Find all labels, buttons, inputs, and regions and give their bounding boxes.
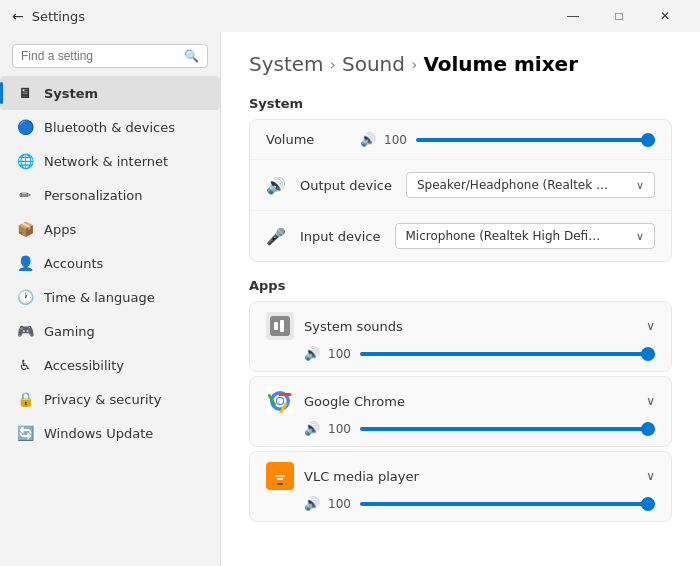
app-card-system-sounds: System sounds ∨ 🔊 100	[249, 301, 672, 372]
titlebar-controls: — □ ✕	[550, 0, 688, 32]
system-sounds-expand-icon[interactable]: ∨	[646, 319, 655, 333]
vlc-name: VLC media player	[304, 469, 419, 484]
system-sounds-slider-track[interactable]	[360, 352, 655, 356]
chrome-slider-thumb[interactable]	[641, 422, 655, 436]
sidebar-item-accounts[interactable]: 👤 Accounts	[0, 246, 220, 280]
maximize-button[interactable]: □	[596, 0, 642, 32]
output-device-row: 🔊 Output device Speaker/Headphone (Realt…	[250, 160, 671, 211]
output-chevron-icon: ∨	[636, 179, 644, 192]
update-icon: 🔄	[16, 424, 34, 442]
input-device-value: Microphone (Realtek High Definition Audi…	[406, 229, 606, 243]
bluetooth-icon: 🔵	[16, 118, 34, 136]
volume-slider-thumb[interactable]	[641, 133, 655, 147]
search-icon: 🔍	[184, 49, 199, 63]
apps-section: Apps System sounds ∨	[249, 278, 672, 522]
app-title-row-chrome: Google Chrome	[266, 387, 405, 415]
sidebar-item-privacy[interactable]: 🔒 Privacy & security	[0, 382, 220, 416]
system-sounds-slider-thumb[interactable]	[641, 347, 655, 361]
breadcrumb: System › Sound › Volume mixer	[249, 52, 672, 76]
network-icon: 🌐	[16, 152, 34, 170]
content-area: System › Sound › Volume mixer System Vol…	[220, 32, 700, 566]
accounts-icon: 👤	[16, 254, 34, 272]
sidebar-item-label: Privacy & security	[44, 392, 161, 407]
output-device-value: Speaker/Headphone (Realtek High Definiti…	[417, 178, 617, 192]
system-sounds-icon	[266, 312, 294, 340]
input-device-row: 🎤 Input device Microphone (Realtek High …	[250, 211, 671, 261]
sidebar-item-network[interactable]: 🌐 Network & internet	[0, 144, 220, 178]
sidebar-search-box[interactable]: 🔍	[12, 44, 208, 68]
minimize-button[interactable]: —	[550, 0, 596, 32]
sidebar-item-label: Personalization	[44, 188, 143, 203]
system-section-label: System	[249, 96, 672, 111]
breadcrumb-part-sound[interactable]: Sound	[342, 52, 405, 76]
accessibility-icon: ♿	[16, 356, 34, 374]
chrome-vol-icon: 🔊	[304, 421, 320, 436]
volume-icon: 🔊	[360, 132, 376, 147]
input-label: Input device	[300, 229, 381, 244]
app-card-header-vlc: VLC media player ∨	[266, 462, 655, 490]
sidebar-item-time[interactable]: 🕐 Time & language	[0, 280, 220, 314]
app-card-header-chrome: Google Chrome ∨	[266, 387, 655, 415]
app-title-row-vlc: VLC media player	[266, 462, 419, 490]
apps-section-label: Apps	[249, 278, 672, 293]
breadcrumb-sep-2: ›	[411, 55, 417, 74]
sidebar-item-label: System	[44, 86, 98, 101]
vlc-vol-value: 100	[328, 497, 352, 511]
sidebar-item-label: Gaming	[44, 324, 95, 339]
chrome-name: Google Chrome	[304, 394, 405, 409]
sidebar-item-bluetooth[interactable]: 🔵 Bluetooth & devices	[0, 110, 220, 144]
system-sounds-vol-icon: 🔊	[304, 346, 320, 361]
svg-rect-2	[280, 320, 284, 332]
personalization-icon: ✏️	[16, 186, 34, 204]
breadcrumb-sep-1: ›	[330, 55, 336, 74]
breadcrumb-part-system[interactable]: System	[249, 52, 324, 76]
sidebar-item-gaming[interactable]: 🎮 Gaming	[0, 314, 220, 348]
chrome-expand-icon[interactable]: ∨	[646, 394, 655, 408]
input-device-dropdown[interactable]: Microphone (Realtek High Definition Audi…	[395, 223, 656, 249]
system-settings-card: Volume 🔊 100 🔊 Output device Speaker/Hea…	[249, 119, 672, 262]
back-icon[interactable]: ←	[12, 8, 24, 24]
svg-rect-9	[277, 483, 283, 485]
vlc-vol-icon: 🔊	[304, 496, 320, 511]
chrome-slider-track[interactable]	[360, 427, 655, 431]
sidebar-item-label: Accessibility	[44, 358, 124, 373]
vlc-slider-track[interactable]	[360, 502, 655, 506]
sidebar-item-apps[interactable]: 📦 Apps	[0, 212, 220, 246]
close-button[interactable]: ✕	[642, 0, 688, 32]
volume-value: 100	[384, 133, 408, 147]
svg-rect-1	[274, 322, 278, 330]
system-icon: 🖥	[16, 84, 34, 102]
volume-row: Volume 🔊 100	[250, 120, 671, 160]
chrome-icon	[266, 387, 294, 415]
app-title-row-system-sounds: System sounds	[266, 312, 403, 340]
sidebar-item-label: Network & internet	[44, 154, 168, 169]
sidebar-item-accessibility[interactable]: ♿ Accessibility	[0, 348, 220, 382]
sidebar-item-update[interactable]: 🔄 Windows Update	[0, 416, 220, 450]
output-icon: 🔊	[266, 176, 286, 195]
vlc-slider-thumb[interactable]	[641, 497, 655, 511]
gaming-icon: 🎮	[16, 322, 34, 340]
privacy-icon: 🔒	[16, 390, 34, 408]
vlc-expand-icon[interactable]: ∨	[646, 469, 655, 483]
output-device-dropdown[interactable]: Speaker/Headphone (Realtek High Definiti…	[406, 172, 655, 198]
system-sounds-vol-value: 100	[328, 347, 352, 361]
vlc-icon	[266, 462, 294, 490]
system-sounds-name: System sounds	[304, 319, 403, 334]
volume-slider-container: 🔊 100	[360, 132, 655, 147]
breadcrumb-current: Volume mixer	[423, 52, 578, 76]
titlebar-title: Settings	[32, 9, 85, 24]
sidebar: 🔍 🖥 System 🔵 Bluetooth & devices 🌐 Netwo…	[0, 32, 220, 566]
volume-label: Volume	[266, 132, 346, 147]
app-container: 🔍 🖥 System 🔵 Bluetooth & devices 🌐 Netwo…	[0, 32, 700, 566]
sidebar-item-personalization[interactable]: ✏️ Personalization	[0, 178, 220, 212]
sidebar-item-label: Accounts	[44, 256, 103, 271]
titlebar-left: ← Settings	[12, 8, 85, 24]
search-input[interactable]	[21, 49, 178, 63]
sidebar-item-system[interactable]: 🖥 System	[0, 76, 220, 110]
volume-slider-fill	[416, 138, 655, 142]
system-sounds-slider-row: 🔊 100	[266, 346, 655, 361]
vlc-slider-row: 🔊 100	[266, 496, 655, 511]
svg-point-7	[277, 398, 283, 404]
output-label: Output device	[300, 178, 392, 193]
volume-slider-track[interactable]	[416, 138, 655, 142]
